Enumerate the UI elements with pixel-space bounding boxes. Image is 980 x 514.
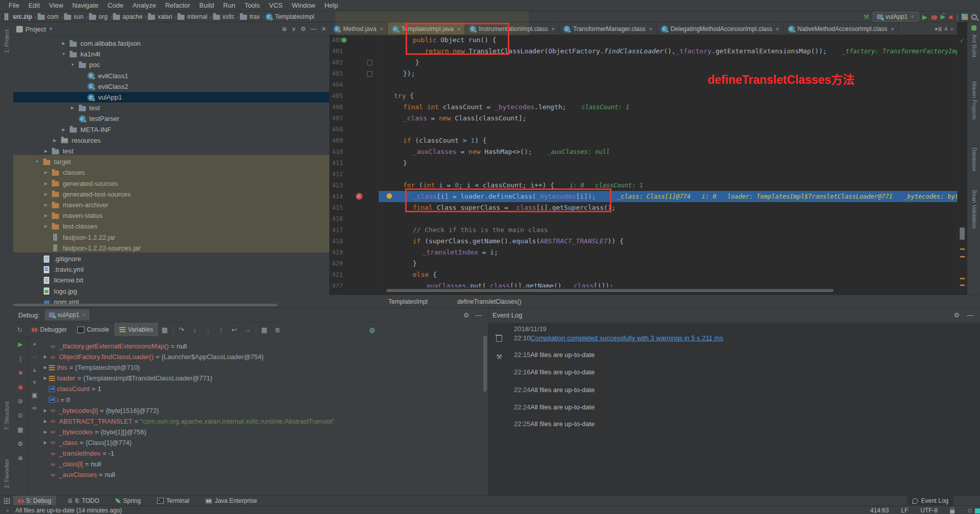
mute-breakpoints-icon[interactable]: ⊘ <box>16 397 25 405</box>
line-number[interactable]: 416 <box>332 213 343 224</box>
chevron-down-icon[interactable]: ▼ <box>48 26 53 31</box>
menu-item-refactor[interactable]: Refactor <box>161 2 195 9</box>
tree-item-license-txt[interactable]: license.txt <box>13 275 329 285</box>
tool-windows-icon[interactable] <box>0 497 13 504</box>
tree-item-maven-status[interactable]: ▶maven-status <box>13 210 329 221</box>
memory-icon[interactable]: ◍ <box>365 326 379 334</box>
variable-row[interactable]: ▶∞_bytecodes={byte[1][]@756} <box>42 427 146 437</box>
settings-icon[interactable]: ⚙ <box>300 25 306 33</box>
chevron-collapsed-icon[interactable]: ▶ <box>42 355 49 359</box>
tree-item-ka1n4t[interactable]: ▼ka1n4t <box>13 49 329 59</box>
breadcrumb-item[interactable]: org› <box>89 13 112 20</box>
fold-marker-icon[interactable] <box>367 71 373 77</box>
chevron-expanded-icon[interactable]: ▼ <box>61 52 66 56</box>
tree-item-fastjson-1-2-22-jar[interactable]: fastjson-1.2.22.jar <box>13 232 329 243</box>
menu-item-run[interactable]: Run <box>219 2 240 9</box>
menu-item-build[interactable]: Build <box>195 2 219 9</box>
menu-item-navigate[interactable]: Navigate <box>68 2 103 9</box>
line-number[interactable]: 404 <box>332 79 343 90</box>
close-icon[interactable]: × <box>776 26 779 32</box>
search-icon[interactable] <box>971 14 977 20</box>
chevron-collapsed-icon[interactable]: ▶ <box>42 430 49 434</box>
wrench-icon[interactable]: ⚒ <box>496 353 502 361</box>
close-icon[interactable]: × <box>380 26 383 32</box>
chevron-expanded-icon[interactable]: ▼ <box>70 62 75 67</box>
chevron-collapsed-icon[interactable]: ▶ <box>43 203 48 207</box>
remove-icon[interactable]: − <box>30 353 39 361</box>
line-number[interactable]: 414 <box>332 191 343 202</box>
drop-frame-icon[interactable]: ↩ <box>228 326 241 334</box>
line-number[interactable]: 418 <box>332 236 343 247</box>
hide-icon[interactable]: — <box>311 25 317 33</box>
tree-item--travis-yml[interactable]: .travis.yml <box>13 264 329 275</box>
pin-tabs-icon[interactable]: ✳ <box>950 26 954 33</box>
sidebar-item-maven-projects[interactable]: Maven Projects <box>971 81 977 120</box>
breakpoint-icon[interactable]: ✓ <box>356 193 362 200</box>
settings-icon[interactable]: ⚙ <box>16 440 25 448</box>
rerun-icon[interactable]: ↻ <box>13 326 26 334</box>
pause-icon[interactable]: ∥ <box>16 355 25 363</box>
tree-item-logo-jpg[interactable]: logo.jpg <box>13 286 329 297</box>
sidebar-item-database[interactable]: Database <box>971 147 977 171</box>
tab-nativemethodaccessorimpl-class[interactable]: NativeMethodAccessorImpl.class× <box>784 22 899 36</box>
lock-icon[interactable] <box>950 510 955 513</box>
hidden-tabs-chip[interactable]: ▾≣4✳ <box>932 22 957 36</box>
line-number[interactable]: 419 <box>332 247 343 258</box>
sidebar-item-bean-validation[interactable]: Bean Validation <box>971 190 977 229</box>
tab-delegatingmethodaccessorimpl-class[interactable]: DelegatingMethodAccessorImpl.class× <box>657 22 784 36</box>
breadcrumb-item[interactable]: internal› <box>177 13 211 20</box>
line-number[interactable]: 402 <box>332 57 343 68</box>
breadcrumb-item[interactable]: xsltc› <box>213 13 239 20</box>
line-number[interactable]: 410 <box>332 146 343 157</box>
line-number[interactable]: 412 <box>332 169 343 180</box>
toolwindow-button-todo[interactable]: ≣6: TODO <box>63 496 104 506</box>
tree-item-meta-inf[interactable]: ▶META-INF <box>13 124 329 135</box>
breadcrumb-item[interactable]: apache› <box>113 13 147 20</box>
variable-row[interactable]: ∞_class[i]=null <box>42 459 101 469</box>
close-icon[interactable]: ✕ <box>321 25 326 33</box>
menu-item-window[interactable]: Window <box>287 2 320 9</box>
sidebar-item-structure[interactable]: 7: Structure <box>4 401 10 430</box>
tree-item-classes[interactable]: ▶classes <box>13 167 329 178</box>
resume-icon[interactable]: ▶ <box>16 340 25 348</box>
event-message[interactable]: Compilation completed successfully with … <box>531 334 723 342</box>
chevron-collapsed-icon[interactable]: ▶ <box>42 376 49 380</box>
line-number[interactable]: 407 <box>332 113 343 124</box>
line-number[interactable]: 408 <box>332 124 343 135</box>
settings-icon[interactable]: ⚙ <box>463 311 469 319</box>
line-number[interactable]: 422 <box>332 280 343 287</box>
watch-icon[interactable]: ∞ <box>30 404 39 412</box>
tree-item--gitignore[interactable]: .gitignore <box>13 253 329 264</box>
line-number[interactable]: 403 <box>332 68 343 79</box>
add-icon[interactable]: + <box>30 340 39 348</box>
debug-tab-debugger[interactable]: Debugger <box>26 323 72 337</box>
line-number[interactable]: 406 <box>332 102 343 113</box>
tree-item-test[interactable]: ▶test <box>13 146 329 156</box>
chevron-collapsed-icon[interactable]: ▶ <box>42 419 49 424</box>
run-config-selector[interactable]: vulApp1 ▼ <box>873 12 918 22</box>
toolwindow-button-spring[interactable]: Spring <box>111 496 145 506</box>
stop-icon[interactable]: ■ <box>16 369 25 377</box>
step-into-icon[interactable]: ↓ <box>188 326 201 334</box>
sidebar-item-favorites[interactable]: 2: Favorites <box>4 459 10 488</box>
pin-icon[interactable]: ⊕ <box>16 454 25 462</box>
chevron-collapsed-icon[interactable]: ▶ <box>61 41 66 46</box>
stop-icon[interactable]: ■ <box>949 13 953 21</box>
settings-icon[interactable]: ⚙ <box>954 311 960 319</box>
down-icon[interactable]: ▼ <box>30 378 39 387</box>
chevron-collapsed-icon[interactable]: ▶ <box>70 106 75 110</box>
chevron-collapsed-icon[interactable]: ▶ <box>43 213 48 218</box>
copy-icon[interactable]: ▣ <box>30 391 39 399</box>
editor-vscrollbar[interactable]: ✓ <box>957 36 967 295</box>
editor-hscrollbar[interactable] <box>329 287 957 294</box>
debug-icon[interactable] <box>931 13 937 21</box>
debug-tab-variables[interactable]: Variables <box>114 323 158 337</box>
fold-marker-icon[interactable] <box>367 60 373 66</box>
project-tree-scrollbar[interactable] <box>13 304 278 306</box>
sidebar-item-ant-build[interactable]: Ant Build <box>971 35 977 57</box>
tab-templatesimpl-java[interactable]: TemplatesImpl.java× <box>388 22 465 36</box>
camera-icon[interactable]: ⊙ <box>16 411 25 420</box>
line-number[interactable]: 420 <box>332 258 343 269</box>
evaluate-icon[interactable]: ▦ <box>258 326 271 334</box>
lightbulb-icon[interactable] <box>386 193 392 199</box>
